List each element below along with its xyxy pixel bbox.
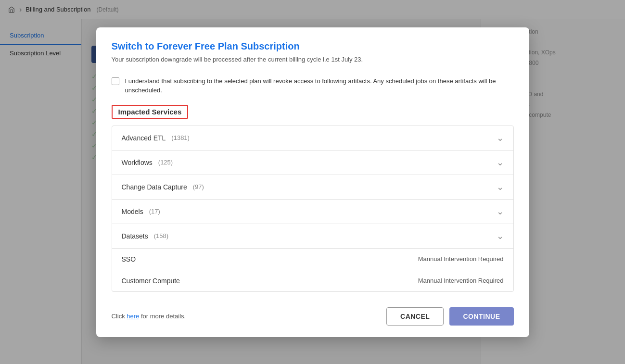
service-name-workflows: Workflows: [122, 159, 153, 166]
modal-title: Switch to Forever Free Plan Subscription: [112, 41, 514, 52]
impacted-services-heading: Impacted Services: [112, 105, 189, 119]
service-count-datasets: (158): [154, 232, 168, 239]
chevron-down-icon-datasets: [497, 231, 504, 241]
services-table: Advanced ETL (1381) Workflows (125): [112, 126, 514, 292]
footer-click-text: Click: [112, 313, 127, 320]
sso-manual-text: Mannual Intervention Required: [418, 255, 504, 263]
chevron-down-icon-advanced-etl: [497, 133, 504, 143]
service-count-workflows: (125): [158, 159, 173, 166]
service-row-datasets[interactable]: Datasets (158): [112, 224, 513, 249]
service-name-models: Models: [122, 208, 143, 215]
service-row-workflows[interactable]: Workflows (125): [112, 151, 513, 175]
footer-more-details-text: for more details.: [139, 313, 186, 320]
cancel-button[interactable]: CANCEL: [386, 307, 444, 326]
service-count-cdc: (97): [193, 183, 204, 190]
footer-buttons: CANCEL CONTINUE: [386, 307, 513, 326]
chevron-down-icon-cdc: [497, 182, 504, 192]
modal-body: I understand that subscribing to the sel…: [96, 69, 529, 300]
footer-here-link[interactable]: here: [127, 313, 139, 320]
service-name-sso: SSO: [122, 255, 136, 263]
customer-compute-manual-text: Mannual Intervention Required: [418, 277, 504, 284]
continue-button[interactable]: CONTINUE: [449, 307, 513, 326]
service-name-advanced-etl: Advanced ETL: [122, 134, 166, 142]
chevron-down-icon-models: [497, 206, 504, 217]
service-name-customer-compute: Customer Compute: [122, 277, 180, 285]
modal-footer: Click here for more details. CANCEL CONT…: [96, 300, 529, 337]
understand-label: I understand that subscribing to the sel…: [125, 76, 514, 95]
service-row-change-data-capture[interactable]: Change Data Capture (97): [112, 175, 513, 200]
switch-plan-modal: Switch to Forever Free Plan Subscription…: [96, 27, 529, 337]
service-name-datasets: Datasets: [122, 232, 148, 240]
understand-checkbox-row: I understand that subscribing to the sel…: [112, 76, 514, 95]
service-row-models[interactable]: Models (17): [112, 200, 513, 224]
service-row-sso: SSO Mannual Intervention Required: [112, 249, 513, 270]
modal-subtitle: Your subscription downgrade will be proc…: [112, 56, 514, 63]
footer-details-text: Click here for more details.: [112, 313, 186, 320]
modal-header: Switch to Forever Free Plan Subscription…: [96, 27, 529, 69]
service-name-cdc: Change Data Capture: [122, 183, 187, 191]
service-count-advanced-etl: (1381): [171, 134, 190, 141]
service-count-models: (17): [149, 208, 160, 215]
chevron-down-icon-workflows: [497, 157, 504, 168]
service-row-customer-compute: Customer Compute Mannual Intervention Re…: [112, 270, 513, 291]
service-row-advanced-etl[interactable]: Advanced ETL (1381): [112, 126, 513, 151]
understand-checkbox[interactable]: [112, 77, 119, 85]
